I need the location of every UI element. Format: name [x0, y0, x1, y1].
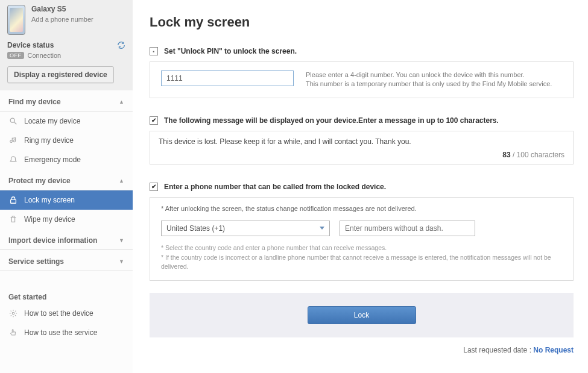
sidebar-item-emergency[interactable]: Emergency mode: [0, 150, 133, 169]
svg-point-3: [12, 312, 14, 315]
sidebar-item-label: Emergency mode: [24, 155, 81, 164]
pin-section-label: Set "Unlock PIN" to unlock the screen.: [164, 47, 297, 55]
section-import-device-info[interactable]: Import device information ▼: [0, 229, 133, 250]
char-count-max: / 100 characters: [511, 151, 564, 159]
sidebar-item-locate[interactable]: Locate my device: [0, 111, 133, 131]
last-requested-value[interactable]: No Request: [533, 346, 574, 354]
pin-row: Please enter a 4-digit number. You can u…: [150, 61, 574, 98]
phone-number-input[interactable]: [340, 221, 475, 236]
device-status-row: Device status: [0, 37, 133, 51]
refresh-icon[interactable]: [117, 41, 125, 49]
sidebar-item-how-set[interactable]: How to set the device: [0, 304, 133, 323]
svg-point-0: [10, 118, 14, 122]
gear-icon: [8, 309, 18, 318]
main-content: Lock my screen Set "Unlock PIN" to unloc…: [133, 0, 588, 373]
pin-hint-line2: This number is a temporary number that i…: [306, 80, 552, 89]
country-selected-value: United States (+1): [166, 224, 225, 233]
lock-message-text[interactable]: This device is lost. Please keep it for …: [159, 137, 564, 146]
char-count-current: 83: [502, 151, 510, 159]
section-title: Get started: [8, 293, 46, 301]
phone-section-header: Enter a phone number that can be called …: [150, 183, 574, 191]
music-note-icon: [8, 136, 18, 145]
sidebar-item-how-use[interactable]: How to use the service: [0, 323, 133, 342]
device-status-label: Device status: [7, 41, 54, 49]
phone-section-label: Enter a phone number that can be called …: [164, 183, 386, 191]
connection-off-badge: OFF: [7, 52, 24, 59]
phone-checkbox[interactable]: [150, 183, 158, 191]
pin-section-header: Set "Unlock PIN" to unlock the screen.: [150, 47, 574, 55]
sidebar-item-label: Locate my device: [24, 117, 80, 125]
message-section-header: The following message will be displayed …: [150, 116, 574, 125]
section-service-settings[interactable]: Service settings ▼: [0, 250, 133, 271]
sidebar-item-label: Ring my device: [24, 136, 74, 145]
message-section-label: The following message will be displayed …: [164, 116, 499, 125]
section-title: Service settings: [8, 257, 64, 266]
country-code-select[interactable]: United States (+1): [161, 221, 330, 236]
section-title: Protect my device: [8, 177, 71, 185]
message-checkbox[interactable]: [150, 116, 158, 125]
device-name: Galaxy S5: [31, 5, 125, 13]
bell-icon: [8, 155, 18, 165]
caret-down-icon: ▼: [119, 237, 124, 243]
pin-hint: Please enter a 4-digit number. You can u…: [306, 71, 552, 89]
display-registered-device-button[interactable]: Display a registered device: [7, 66, 114, 83]
sidebar-item-lock-screen[interactable]: Lock my screen: [0, 190, 133, 210]
connection-row: OFF Connection: [0, 51, 133, 64]
sidebar-item-label: How to use the service: [24, 328, 97, 337]
connection-label: Connection: [28, 52, 62, 59]
phone-note: * After unlocking the screen, the status…: [161, 205, 562, 212]
caret-up-icon: ▲: [119, 178, 124, 184]
lock-button[interactable]: Lock: [308, 306, 416, 324]
svg-rect-2: [11, 199, 16, 203]
lock-action-bar: Lock: [150, 293, 574, 337]
device-card: Galaxy S5 Add a phone number: [0, 0, 133, 37]
dropdown-caret-icon: [320, 227, 324, 230]
sidebar-item-label: How to set the device: [24, 309, 93, 318]
sidebar-body: Find my device ▲ Locate my device Ring m…: [0, 90, 133, 373]
hand-pointer-icon: [8, 328, 18, 337]
section-get-started: Get started: [0, 286, 133, 304]
section-indicator-icon: [150, 47, 158, 55]
phone-box: * After unlocking the screen, the status…: [150, 197, 574, 281]
sidebar-item-ring[interactable]: Ring my device: [0, 131, 133, 150]
char-count: 83 / 100 characters: [159, 151, 564, 159]
caret-down-icon: ▼: [119, 259, 124, 265]
section-title: Import device information: [8, 236, 97, 245]
sidebar-item-wipe[interactable]: Wipe my device: [0, 210, 133, 229]
section-protect-my-device[interactable]: Protect my device ▲: [0, 169, 133, 190]
caret-up-icon: ▲: [119, 99, 124, 105]
section-title: Find my device: [8, 98, 61, 106]
device-thumbnail: [7, 5, 25, 35]
phone-small-note1: * Select the country code and enter a ph…: [161, 243, 562, 253]
phone-small-note2: * If the country code is incorrect or a …: [161, 253, 562, 272]
device-info: Galaxy S5 Add a phone number: [31, 5, 125, 23]
trash-icon: [8, 215, 18, 224]
last-requested-label: Last requested date :: [463, 346, 533, 354]
lock-icon: [8, 195, 18, 205]
add-phone-link[interactable]: Add a phone number: [31, 16, 125, 23]
magnifier-icon: [8, 116, 18, 126]
sidebar-item-label: Wipe my device: [24, 215, 75, 224]
unlock-pin-input[interactable]: [161, 71, 294, 86]
sidebar-item-label: Lock my screen: [24, 196, 75, 204]
page-title: Lock my screen: [150, 14, 574, 30]
phone-input-row: United States (+1): [161, 221, 562, 236]
pin-hint-line1: Please enter a 4-digit number. You can u…: [306, 71, 552, 80]
last-requested-line: Last requested date : No Request: [150, 346, 574, 360]
svg-line-1: [14, 122, 17, 125]
message-box: This device is lost. Please keep it for …: [150, 131, 574, 165]
section-find-my-device[interactable]: Find my device ▲: [0, 90, 133, 111]
sidebar: Galaxy S5 Add a phone number Device stat…: [0, 0, 133, 373]
